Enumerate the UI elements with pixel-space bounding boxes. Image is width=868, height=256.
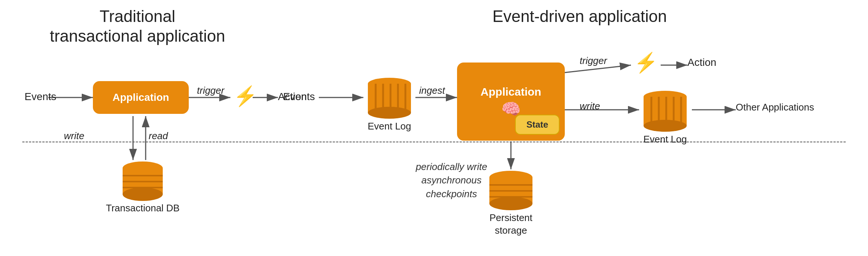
- right-state-box: State: [515, 115, 560, 135]
- right-action-label: Action: [687, 57, 716, 68]
- left-db-icon: Transactional DB: [106, 160, 179, 214]
- right-application-box: Application 🧠 State: [457, 63, 565, 141]
- left-events-label: Events: [25, 91, 56, 103]
- left-db-label: Transactional DB: [106, 202, 179, 214]
- left-application-box: Application: [93, 81, 189, 114]
- right-ingest-label: ingest: [419, 85, 445, 96]
- persistent-storage-label: Persistentstorage: [489, 212, 532, 237]
- right-event-log-right: Event Log: [639, 89, 691, 145]
- right-section-title: Event-driven application: [320, 7, 840, 26]
- right-write-label: write: [580, 100, 600, 112]
- left-write-label: write: [64, 130, 84, 142]
- right-trigger-label: trigger: [580, 55, 607, 67]
- right-persistent-db: Persistentstorage: [487, 169, 535, 237]
- right-events-label: Events: [283, 91, 315, 103]
- left-lightning-icon: ⚡: [233, 85, 258, 108]
- divider: [22, 141, 846, 143]
- right-event-log-left-label: Event Log: [367, 121, 411, 132]
- left-read-label: read: [149, 130, 168, 142]
- svg-point-16: [123, 188, 163, 201]
- left-trigger-label: trigger: [197, 85, 224, 96]
- left-section-title: Traditionaltransactional application: [22, 7, 253, 46]
- svg-point-38: [489, 197, 532, 210]
- diagram-container: Traditionaltransactional application Eve…: [0, 0, 868, 256]
- right-event-log-left: Event Log: [363, 76, 415, 132]
- right-event-log-right-label: Event Log: [643, 134, 687, 145]
- right-lightning-icon: ⚡: [634, 51, 658, 74]
- right-app-label: Application: [480, 86, 541, 98]
- other-apps-label: Other Applications: [736, 101, 821, 114]
